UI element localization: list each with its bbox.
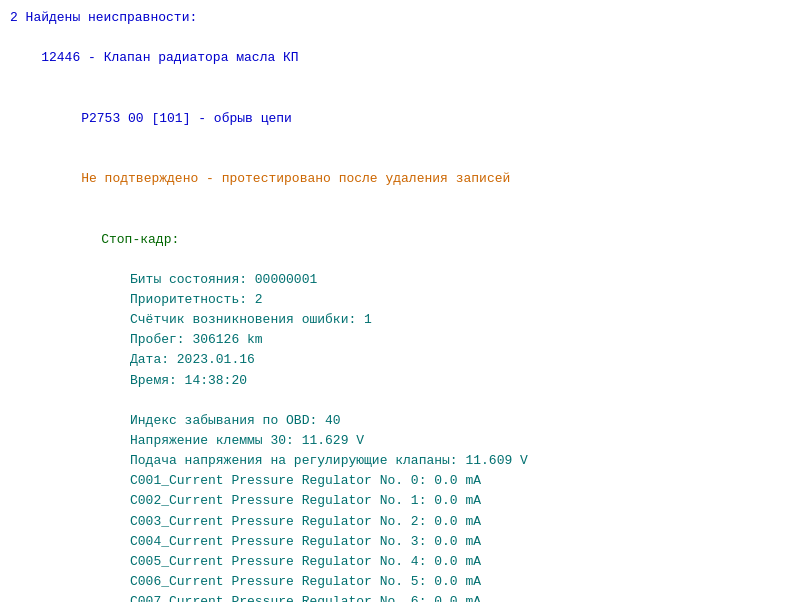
freeze-frame-fields: Биты состояния: 00000001 Приоритетность:… [10,270,799,391]
field-1: Приоритетность: 2 [10,290,799,310]
fault-code-number: 12446 - Клапан радиатора масла КП [41,50,298,65]
field-0: Биты состояния: 00000001 [10,270,799,290]
fault-code-line: 12446 - Клапан радиатора масла КП [10,28,799,88]
obd-7: C005_Current Pressure Regulator No. 4: 0… [10,552,799,572]
obd-8: C006_Current Pressure Regulator No. 5: 0… [10,572,799,592]
diagnostic-report: 2 Найдены неисправности: 12446 - Клапан … [10,8,799,602]
obd-6: C004_Current Pressure Regulator No. 3: 0… [10,532,799,552]
header-line: 2 Найдены неисправности: [10,8,799,28]
obd-4: C002_Current Pressure Regulator No. 1: 0… [10,491,799,511]
obd-0: Индекс забывания по OBD: 40 [10,411,799,431]
obd-1: Напряжение клеммы 30: 11.629 V [10,431,799,451]
obd-9: C007_Current Pressure Regulator No. 6: 0… [10,592,799,602]
freeze-frame-text: Стоп-кадр: [101,232,179,247]
field-4: Дата: 2023.01.16 [10,350,799,370]
freeze-frame-label: Стоп-кадр: [10,209,799,269]
confirm-line: Не подтверждено - протестировано после у… [10,149,799,209]
dtc-code: P2753 00 [101] - обрыв цепи [81,111,292,126]
obd-fields: Индекс забывания по OBD: 40 Напряжение к… [10,411,799,602]
field-3: Пробег: 306126 km [10,330,799,350]
field-5: Время: 14:38:20 [10,371,799,391]
obd-5: C003_Current Pressure Regulator No. 2: 0… [10,512,799,532]
obd-3: C001_Current Pressure Regulator No. 0: 0… [10,471,799,491]
confirm-text: Не подтверждено - протестировано после у… [81,171,510,186]
obd-2: Подача напряжения на регулирующие клапан… [10,451,799,471]
dtc-line: P2753 00 [101] - обрыв цепи [10,89,799,149]
field-2: Счётчик возникновения ошибки: 1 [10,310,799,330]
spacer1 [10,391,799,411]
